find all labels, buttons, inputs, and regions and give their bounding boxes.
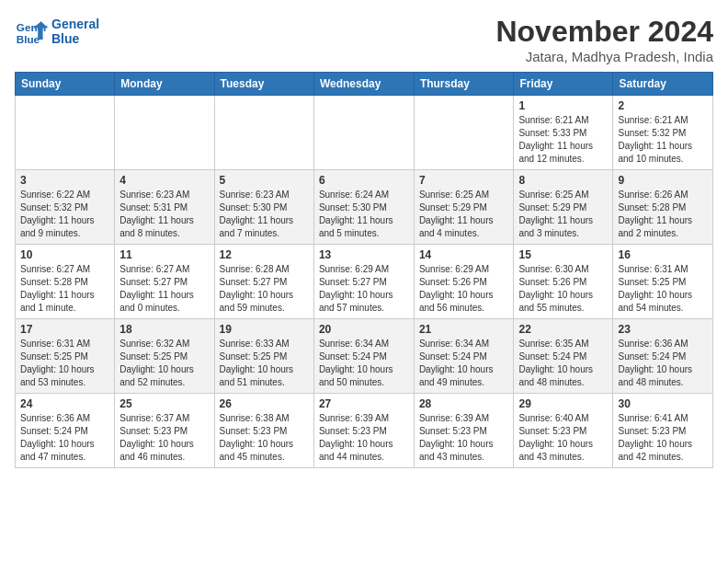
calendar-week-row: 17Sunrise: 6:31 AM Sunset: 5:25 PM Dayli… bbox=[16, 319, 713, 394]
calendar-day-cell: 1Sunrise: 6:21 AM Sunset: 5:33 PM Daylig… bbox=[514, 96, 613, 170]
calendar-day-cell bbox=[313, 96, 414, 170]
calendar-week-row: 10Sunrise: 6:27 AM Sunset: 5:28 PM Dayli… bbox=[16, 245, 713, 319]
day-number: 13 bbox=[319, 248, 409, 261]
title-block: November 2024 Jatara, Madhya Pradesh, In… bbox=[495, 15, 713, 64]
weekday-header-friday: Friday bbox=[514, 73, 613, 96]
day-info: Sunrise: 6:26 AM Sunset: 5:28 PM Dayligh… bbox=[618, 189, 708, 240]
day-info: Sunrise: 6:21 AM Sunset: 5:32 PM Dayligh… bbox=[618, 114, 708, 166]
day-info: Sunrise: 6:32 AM Sunset: 5:25 PM Dayligh… bbox=[119, 338, 209, 389]
calendar-header-row: SundayMondayTuesdayWednesdayThursdayFrid… bbox=[16, 73, 713, 96]
day-number: 26 bbox=[220, 397, 309, 410]
day-info: Sunrise: 6:23 AM Sunset: 5:31 PM Dayligh… bbox=[119, 189, 209, 240]
day-number: 21 bbox=[419, 323, 509, 336]
day-info: Sunrise: 6:40 AM Sunset: 5:23 PM Dayligh… bbox=[518, 412, 608, 464]
day-number: 11 bbox=[119, 248, 209, 261]
day-number: 2 bbox=[618, 99, 708, 112]
day-number: 30 bbox=[618, 397, 708, 410]
calendar-day-cell: 19Sunrise: 6:33 AM Sunset: 5:25 PM Dayli… bbox=[214, 319, 313, 394]
day-number: 12 bbox=[220, 248, 309, 261]
day-info: Sunrise: 6:39 AM Sunset: 5:23 PM Dayligh… bbox=[419, 412, 509, 464]
weekday-header-wednesday: Wednesday bbox=[313, 73, 414, 96]
day-number: 22 bbox=[518, 323, 608, 336]
day-info: Sunrise: 6:38 AM Sunset: 5:23 PM Dayligh… bbox=[220, 412, 309, 464]
day-number: 20 bbox=[319, 323, 409, 336]
calendar-day-cell: 5Sunrise: 6:23 AM Sunset: 5:30 PM Daylig… bbox=[214, 170, 313, 245]
calendar-day-cell: 15Sunrise: 6:30 AM Sunset: 5:26 PM Dayli… bbox=[514, 245, 613, 319]
weekday-header-thursday: Thursday bbox=[414, 73, 514, 96]
day-number: 15 bbox=[518, 248, 608, 261]
day-number: 8 bbox=[518, 174, 608, 187]
logo-icon: General Blue bbox=[15, 15, 48, 48]
page-header: General Blue General Blue November 2024 … bbox=[15, 15, 713, 64]
day-info: Sunrise: 6:29 AM Sunset: 5:26 PM Dayligh… bbox=[419, 263, 509, 315]
location: Jatara, Madhya Pradesh, India bbox=[495, 49, 713, 64]
day-info: Sunrise: 6:36 AM Sunset: 5:24 PM Dayligh… bbox=[618, 338, 708, 389]
calendar-day-cell: 24Sunrise: 6:36 AM Sunset: 5:24 PM Dayli… bbox=[16, 394, 115, 468]
month-title: November 2024 bbox=[495, 15, 713, 49]
day-info: Sunrise: 6:27 AM Sunset: 5:28 PM Dayligh… bbox=[20, 263, 109, 315]
calendar-day-cell: 17Sunrise: 6:31 AM Sunset: 5:25 PM Dayli… bbox=[16, 319, 115, 394]
calendar-day-cell: 3Sunrise: 6:22 AM Sunset: 5:32 PM Daylig… bbox=[16, 170, 115, 245]
day-number: 14 bbox=[419, 248, 509, 261]
day-number: 5 bbox=[220, 174, 309, 187]
day-info: Sunrise: 6:25 AM Sunset: 5:29 PM Dayligh… bbox=[419, 189, 509, 240]
calendar-day-cell: 29Sunrise: 6:40 AM Sunset: 5:23 PM Dayli… bbox=[514, 394, 613, 468]
calendar-day-cell: 21Sunrise: 6:34 AM Sunset: 5:24 PM Dayli… bbox=[414, 319, 514, 394]
calendar-day-cell: 11Sunrise: 6:27 AM Sunset: 5:27 PM Dayli… bbox=[115, 245, 214, 319]
calendar-day-cell bbox=[214, 96, 313, 170]
day-number: 16 bbox=[618, 248, 708, 261]
calendar-day-cell: 6Sunrise: 6:24 AM Sunset: 5:30 PM Daylig… bbox=[313, 170, 414, 245]
day-number: 4 bbox=[119, 174, 209, 187]
day-info: Sunrise: 6:33 AM Sunset: 5:25 PM Dayligh… bbox=[220, 338, 309, 389]
day-info: Sunrise: 6:41 AM Sunset: 5:23 PM Dayligh… bbox=[618, 412, 708, 464]
day-number: 27 bbox=[319, 397, 409, 410]
day-number: 24 bbox=[20, 397, 109, 410]
weekday-header-sunday: Sunday bbox=[16, 73, 115, 96]
day-info: Sunrise: 6:31 AM Sunset: 5:25 PM Dayligh… bbox=[618, 263, 708, 315]
weekday-header-saturday: Saturday bbox=[613, 73, 713, 96]
logo: General Blue General Blue bbox=[15, 15, 99, 48]
day-number: 18 bbox=[119, 323, 209, 336]
day-number: 7 bbox=[419, 174, 509, 187]
day-number: 25 bbox=[119, 397, 209, 410]
weekday-header-tuesday: Tuesday bbox=[214, 73, 313, 96]
day-number: 1 bbox=[518, 99, 608, 112]
day-number: 3 bbox=[20, 174, 109, 187]
day-info: Sunrise: 6:37 AM Sunset: 5:23 PM Dayligh… bbox=[119, 412, 209, 464]
calendar-day-cell: 16Sunrise: 6:31 AM Sunset: 5:25 PM Dayli… bbox=[613, 245, 713, 319]
day-info: Sunrise: 6:30 AM Sunset: 5:26 PM Dayligh… bbox=[518, 263, 608, 315]
day-info: Sunrise: 6:24 AM Sunset: 5:30 PM Dayligh… bbox=[319, 189, 409, 240]
day-info: Sunrise: 6:29 AM Sunset: 5:27 PM Dayligh… bbox=[319, 263, 409, 315]
day-info: Sunrise: 6:34 AM Sunset: 5:24 PM Dayligh… bbox=[319, 338, 409, 389]
calendar-day-cell: 7Sunrise: 6:25 AM Sunset: 5:29 PM Daylig… bbox=[414, 170, 514, 245]
weekday-header-monday: Monday bbox=[115, 73, 214, 96]
day-number: 10 bbox=[20, 248, 109, 261]
day-info: Sunrise: 6:35 AM Sunset: 5:24 PM Dayligh… bbox=[518, 338, 608, 389]
day-number: 19 bbox=[220, 323, 309, 336]
calendar-day-cell: 18Sunrise: 6:32 AM Sunset: 5:25 PM Dayli… bbox=[115, 319, 214, 394]
calendar-day-cell: 4Sunrise: 6:23 AM Sunset: 5:31 PM Daylig… bbox=[115, 170, 214, 245]
day-number: 6 bbox=[319, 174, 409, 187]
day-number: 23 bbox=[618, 323, 708, 336]
day-info: Sunrise: 6:34 AM Sunset: 5:24 PM Dayligh… bbox=[419, 338, 509, 389]
calendar-day-cell: 27Sunrise: 6:39 AM Sunset: 5:23 PM Dayli… bbox=[313, 394, 414, 468]
calendar-day-cell: 14Sunrise: 6:29 AM Sunset: 5:26 PM Dayli… bbox=[414, 245, 514, 319]
logo-text-line2: Blue bbox=[51, 31, 99, 46]
day-info: Sunrise: 6:25 AM Sunset: 5:29 PM Dayligh… bbox=[518, 189, 608, 240]
svg-text:Blue: Blue bbox=[17, 33, 40, 45]
day-info: Sunrise: 6:39 AM Sunset: 5:23 PM Dayligh… bbox=[319, 412, 409, 464]
day-number: 17 bbox=[20, 323, 109, 336]
calendar-day-cell: 28Sunrise: 6:39 AM Sunset: 5:23 PM Dayli… bbox=[414, 394, 514, 468]
calendar-day-cell: 13Sunrise: 6:29 AM Sunset: 5:27 PM Dayli… bbox=[313, 245, 414, 319]
day-info: Sunrise: 6:22 AM Sunset: 5:32 PM Dayligh… bbox=[20, 189, 109, 240]
calendar-table: SundayMondayTuesdayWednesdayThursdayFrid… bbox=[15, 72, 713, 468]
day-number: 29 bbox=[518, 397, 608, 410]
calendar-day-cell bbox=[115, 96, 214, 170]
calendar-day-cell: 10Sunrise: 6:27 AM Sunset: 5:28 PM Dayli… bbox=[16, 245, 115, 319]
day-number: 28 bbox=[419, 397, 509, 410]
day-info: Sunrise: 6:28 AM Sunset: 5:27 PM Dayligh… bbox=[220, 263, 309, 315]
day-info: Sunrise: 6:36 AM Sunset: 5:24 PM Dayligh… bbox=[20, 412, 109, 464]
calendar-day-cell: 8Sunrise: 6:25 AM Sunset: 5:29 PM Daylig… bbox=[514, 170, 613, 245]
calendar-day-cell: 2Sunrise: 6:21 AM Sunset: 5:32 PM Daylig… bbox=[613, 96, 713, 170]
day-info: Sunrise: 6:31 AM Sunset: 5:25 PM Dayligh… bbox=[20, 338, 109, 389]
